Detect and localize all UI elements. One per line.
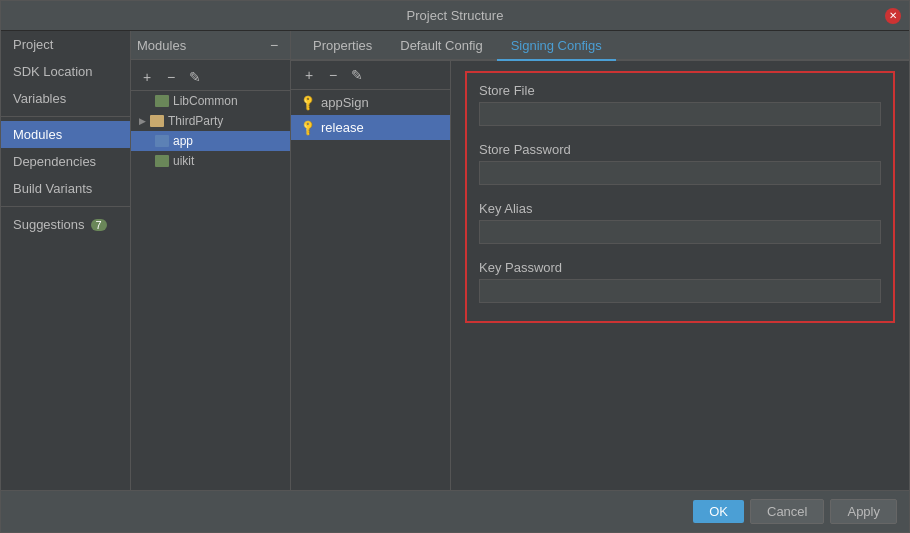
module-tree: + − ✎ LibCommon ▶ ThirdParty: [131, 60, 290, 490]
config-item-release[interactable]: 🔑 release: [291, 115, 450, 140]
tab-properties[interactable]: Properties: [299, 31, 386, 61]
tree-add-button[interactable]: +: [137, 67, 157, 87]
edit-config-button[interactable]: ✎: [347, 65, 367, 85]
title-bar: Project Structure ✕: [1, 1, 909, 31]
tree-item-app[interactable]: app: [131, 131, 290, 151]
content-toolbar: + − ✎: [291, 61, 450, 90]
module-toolbar: Modules −: [131, 31, 290, 60]
signing-area: + − ✎ 🔑 appSign 🔑 release: [291, 61, 909, 490]
apply-button[interactable]: Apply: [830, 499, 897, 524]
tab-default-config[interactable]: Default Config: [386, 31, 496, 61]
sidebar-divider: [1, 116, 130, 117]
bottom-bar: OK Cancel Apply: [1, 490, 909, 532]
config-item-label: appSign: [321, 95, 369, 110]
key-password-input[interactable]: [479, 279, 881, 303]
store-file-field: Store File: [479, 83, 881, 126]
store-file-label: Store File: [479, 83, 881, 98]
sidebar-item-sdk-location[interactable]: SDK Location: [1, 58, 130, 85]
tree-item-label: ThirdParty: [168, 114, 223, 128]
config-form: Store File Store Password Key Alias: [451, 61, 909, 490]
key-icon: 🔑: [298, 118, 317, 137]
add-config-button[interactable]: +: [299, 65, 319, 85]
tabs-bar: Properties Default Config Signing Config…: [291, 31, 909, 61]
form-panel: Store File Store Password Key Alias: [465, 71, 895, 323]
tab-signing-configs[interactable]: Signing Configs: [497, 31, 616, 61]
suggestions-label: Suggestions: [13, 217, 85, 232]
tree-item-uikit[interactable]: uikit: [131, 151, 290, 171]
store-password-field: Store Password: [479, 142, 881, 185]
store-file-input[interactable]: [479, 102, 881, 126]
folder-icon: [150, 115, 164, 127]
config-item-appsign[interactable]: 🔑 appSign: [291, 90, 450, 115]
key-icon: 🔑: [298, 93, 317, 112]
sidebar-item-dependencies[interactable]: Dependencies: [1, 148, 130, 175]
tree-item-label: uikit: [173, 154, 194, 168]
tree-item-thirdparty[interactable]: ▶ ThirdParty: [131, 111, 290, 131]
sidebar-divider-2: [1, 206, 130, 207]
app-icon: [155, 135, 169, 147]
sidebar: Project SDK Location Variables Modules D…: [1, 31, 131, 490]
tree-item-label: app: [173, 134, 193, 148]
key-alias-input[interactable]: [479, 220, 881, 244]
store-password-label: Store Password: [479, 142, 881, 157]
dialog-body: Project SDK Location Variables Modules D…: [1, 31, 909, 490]
module-panel: Modules − + − ✎ LibCommon: [131, 31, 291, 490]
project-structure-dialog: Project Structure ✕ Project SDK Location…: [0, 0, 910, 533]
key-password-label: Key Password: [479, 260, 881, 275]
suggestions-badge: 7: [91, 219, 107, 231]
dialog-title: Project Structure: [407, 8, 504, 23]
config-item-label: release: [321, 120, 364, 135]
tree-item-libcommon[interactable]: LibCommon: [131, 91, 290, 111]
cancel-button[interactable]: Cancel: [750, 499, 824, 524]
close-icon: ✕: [889, 11, 897, 21]
key-password-field: Key Password: [479, 260, 881, 303]
sidebar-item-suggestions[interactable]: Suggestions 7: [1, 211, 130, 238]
tree-item-label: LibCommon: [173, 94, 238, 108]
sidebar-item-variables[interactable]: Variables: [1, 85, 130, 112]
sidebar-item-modules[interactable]: Modules: [1, 121, 130, 148]
modules-label: Modules: [137, 38, 260, 53]
key-alias-field: Key Alias: [479, 201, 881, 244]
right-panel: Properties Default Config Signing Config…: [291, 31, 909, 490]
config-list: + − ✎ 🔑 appSign 🔑 release: [291, 61, 451, 490]
tree-edit-button[interactable]: ✎: [185, 67, 205, 87]
ok-button[interactable]: OK: [693, 500, 744, 523]
key-alias-label: Key Alias: [479, 201, 881, 216]
main-content: Modules − + − ✎ LibCommon: [131, 31, 909, 490]
store-password-input[interactable]: [479, 161, 881, 185]
tree-toolbar: + − ✎: [131, 64, 290, 91]
module-icon: [155, 155, 169, 167]
sidebar-item-build-variants[interactable]: Build Variants: [1, 175, 130, 202]
tree-remove-button[interactable]: −: [161, 67, 181, 87]
remove-config-button[interactable]: −: [323, 65, 343, 85]
module-icon: [155, 95, 169, 107]
sidebar-item-project[interactable]: Project: [1, 31, 130, 58]
chevron-icon: ▶: [139, 116, 146, 126]
modules-minus-button[interactable]: −: [264, 35, 284, 55]
close-button[interactable]: ✕: [885, 8, 901, 24]
